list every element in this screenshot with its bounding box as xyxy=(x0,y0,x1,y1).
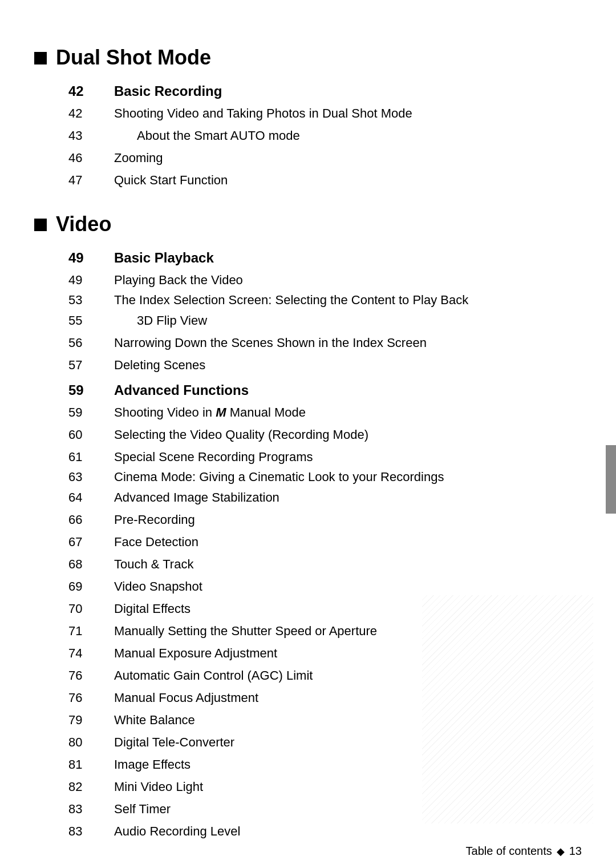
toc-text-quick-start: Quick Start Function xyxy=(114,171,582,189)
toc-page-70: 70 xyxy=(68,599,114,618)
toc-text-3d-flip: 3D Flip View xyxy=(114,311,582,330)
toc-page-68: 68 xyxy=(68,555,114,574)
toc-text-digital-tele: Digital Tele-Converter xyxy=(114,733,582,752)
bullet-icon-video xyxy=(34,219,47,231)
toc-page-55: 55 xyxy=(68,311,114,330)
toc-text-special-scene: Special Scene Recording Programs xyxy=(114,447,582,466)
toc-header-basic-recording: 42 Basic Recording xyxy=(68,81,582,102)
toc-page-81: 81 xyxy=(68,755,114,774)
toc-page-42-header: 42 xyxy=(68,81,114,102)
toc-text-self-timer: Self Timer xyxy=(114,800,582,818)
toc-page-63: 63 xyxy=(68,470,114,485)
side-tab xyxy=(606,445,616,514)
toc-page-71: 71 xyxy=(68,621,114,640)
toc-text-audio-recording: Audio Recording Level xyxy=(114,822,582,841)
toc-page-67: 67 xyxy=(68,532,114,551)
toc-page-82: 82 xyxy=(68,777,114,796)
toc-header-advanced-functions: 59 Advanced Functions xyxy=(68,380,582,401)
toc-item-mini-video-light: 82 Mini Video Light xyxy=(68,777,582,796)
toc-text-white-balance: White Balance xyxy=(114,710,582,729)
page-footer: Table of contents ◆ 13 xyxy=(466,845,582,858)
toc-page-66: 66 xyxy=(68,510,114,529)
toc-text-index-selection: The Index Selection Screen: Selecting th… xyxy=(114,293,582,308)
toc-label-basic-recording: Basic Recording xyxy=(114,81,582,102)
toc-page-42a: 42 xyxy=(68,104,114,123)
toc-text-shooting-video-dual: Shooting Video and Taking Photos in Dual… xyxy=(114,104,582,123)
toc-page-60: 60 xyxy=(68,425,114,444)
toc-page-59-header: 59 xyxy=(68,380,114,401)
toc-page-61: 61 xyxy=(68,447,114,466)
toc-item-digital-effects: 70 Digital Effects xyxy=(68,599,582,618)
toc-page-53: 53 xyxy=(68,293,114,308)
toc-text-video-quality: Selecting the Video Quality (Recording M… xyxy=(114,425,582,444)
toc-text-manual-focus: Manual Focus Adjustment xyxy=(114,688,582,707)
section-title-video-text: Video xyxy=(56,212,111,236)
section-video: Video xyxy=(34,212,582,236)
page: Dual Shot Mode 42 Basic Recording 42 Sho… xyxy=(0,0,616,868)
toc-text-shutter-speed: Manually Setting the Shutter Speed or Ap… xyxy=(114,621,582,640)
toc-header-basic-playback: 49 Basic Playback xyxy=(68,248,582,268)
toc-item-manual-exposure: 74 Manual Exposure Adjustment xyxy=(68,644,582,663)
dual-shot-toc: 42 Basic Recording 42 Shooting Video and… xyxy=(68,81,582,189)
toc-page-59a: 59 xyxy=(68,403,114,422)
toc-item-digital-tele: 80 Digital Tele-Converter xyxy=(68,733,582,752)
section-title-text: Dual Shot Mode xyxy=(56,46,211,70)
bullet-icon xyxy=(34,52,47,64)
toc-page-56: 56 xyxy=(68,333,114,352)
toc-page-80: 80 xyxy=(68,733,114,752)
toc-page-46: 46 xyxy=(68,148,114,167)
bold-m-icon: M xyxy=(216,405,226,419)
toc-item-cinema-mode: 63 Cinema Mode: Giving a Cinematic Look … xyxy=(68,470,582,485)
toc-text-digital-effects: Digital Effects xyxy=(114,599,582,618)
toc-item-3d-flip: 55 3D Flip View xyxy=(68,311,582,330)
toc-text-smart-auto: About the Smart AUTO mode xyxy=(114,126,582,145)
toc-text-zooming: Zooming xyxy=(114,148,582,167)
toc-item-audio-recording: 83 Audio Recording Level xyxy=(68,822,582,841)
toc-label-basic-playback: Basic Playback xyxy=(114,248,582,268)
toc-page-74: 74 xyxy=(68,644,114,663)
toc-item-video-snapshot: 69 Video Snapshot xyxy=(68,577,582,596)
toc-page-57: 57 xyxy=(68,356,114,374)
toc-text-playing-back-video: Playing Back the Video xyxy=(114,271,582,289)
toc-text-manual-exposure: Manual Exposure Adjustment xyxy=(114,644,582,663)
video-toc: 49 Basic Playback 49 Playing Back the Vi… xyxy=(68,248,582,841)
toc-page-69: 69 xyxy=(68,577,114,596)
toc-page-83b: 83 xyxy=(68,822,114,841)
toc-item-quick-start: 47 Quick Start Function xyxy=(68,171,582,189)
toc-page-76b: 76 xyxy=(68,688,114,707)
toc-item-shooting-manual: 59 Shooting Video in M Manual Mode xyxy=(68,403,582,422)
toc-item-agc-limit: 76 Automatic Gain Control (AGC) Limit xyxy=(68,666,582,685)
toc-text-cinema-mode: Cinema Mode: Giving a Cinematic Look to … xyxy=(114,470,582,485)
toc-item-advanced-stabilization: 64 Advanced Image Stabilization xyxy=(68,488,582,507)
footer-page-number: 13 xyxy=(569,845,582,858)
toc-item-playing-back-video: 49 Playing Back the Video xyxy=(68,271,582,289)
toc-item-shooting-video-dual: 42 Shooting Video and Taking Photos in D… xyxy=(68,104,582,123)
diamond-icon: ◆ xyxy=(557,845,565,858)
toc-item-image-effects: 81 Image Effects xyxy=(68,755,582,774)
section-dual-shot-mode: Dual Shot Mode xyxy=(34,46,582,70)
toc-item-white-balance: 79 White Balance xyxy=(68,710,582,729)
toc-page-47: 47 xyxy=(68,171,114,189)
toc-item-face-detection: 67 Face Detection xyxy=(68,532,582,551)
toc-label-advanced-functions: Advanced Functions xyxy=(114,380,582,401)
toc-item-smart-auto: 43 About the Smart AUTO mode xyxy=(68,126,582,145)
toc-text-face-detection: Face Detection xyxy=(114,532,582,551)
toc-text-narrowing-down: Narrowing Down the Scenes Shown in the I… xyxy=(114,333,582,352)
toc-item-touch-track: 68 Touch & Track xyxy=(68,555,582,574)
toc-item-deleting-scenes: 57 Deleting Scenes xyxy=(68,356,582,374)
toc-item-pre-recording: 66 Pre-Recording xyxy=(68,510,582,529)
toc-item-shutter-speed: 71 Manually Setting the Shutter Speed or… xyxy=(68,621,582,640)
toc-item-manual-focus: 76 Manual Focus Adjustment xyxy=(68,688,582,707)
toc-text-deleting-scenes: Deleting Scenes xyxy=(114,356,582,374)
toc-text-image-effects: Image Effects xyxy=(114,755,582,774)
toc-page-79: 79 xyxy=(68,710,114,729)
toc-text-mini-video-light: Mini Video Light xyxy=(114,777,582,796)
toc-page-83a: 83 xyxy=(68,800,114,818)
toc-text-pre-recording: Pre-Recording xyxy=(114,510,582,529)
toc-page-49a: 49 xyxy=(68,271,114,289)
footer-text: Table of contents xyxy=(466,845,552,858)
toc-page-43: 43 xyxy=(68,126,114,145)
toc-item-zooming: 46 Zooming xyxy=(68,148,582,167)
toc-page-49-header: 49 xyxy=(68,248,114,268)
toc-text-touch-track: Touch & Track xyxy=(114,555,582,574)
